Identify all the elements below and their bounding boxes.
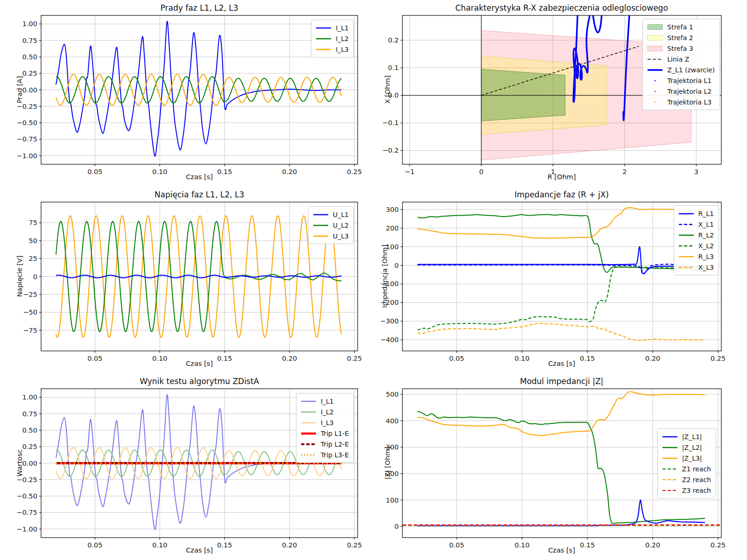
legend-key: [300, 441, 317, 448]
legend-label: X_L3: [698, 264, 714, 271]
svg-text:0.2: 0.2: [388, 36, 399, 44]
legend-key: [647, 98, 663, 106]
legend-label: Strefa 1: [667, 23, 693, 31]
legend-key: [300, 419, 317, 427]
svg-text:0.10: 0.10: [514, 541, 529, 549]
legend-item-trip-l2-e: Trip L2-E: [300, 439, 349, 449]
svg-text:100: 100: [386, 497, 399, 504]
legend-label: |Z_L1|: [682, 433, 702, 441]
svg-text:0.00: 0.00: [22, 86, 37, 94]
svg-text:50: 50: [29, 237, 37, 245]
legend-key: [662, 444, 678, 451]
series-r-l2: [417, 215, 705, 273]
legend-key: [678, 231, 695, 239]
legend-label: I_L2: [336, 35, 349, 42]
legend-item-x-l1: X_L1: [678, 219, 714, 230]
plot-title: Napięcia faz L1, L2, L3: [155, 190, 244, 199]
legend-item-r-l2: R_L2: [678, 230, 714, 240]
legend-label: I_L3: [321, 419, 334, 427]
legend-item-trajektoria-l3: Trajektoria L3: [647, 97, 715, 107]
y-axis-label: |Z| [Ohm]: [384, 447, 391, 479]
legend-label: Trip L3-E: [321, 451, 349, 459]
svg-text:−0.2: −0.2: [382, 147, 399, 154]
legend-label: X_L2: [698, 242, 714, 250]
legend-key: [315, 46, 332, 53]
legend-item-i-l2: I_L2: [315, 33, 349, 44]
legend: I_L1I_L2I_L3Trip L1-ETrip L2-ETrip L3-E: [296, 393, 354, 463]
svg-text:1.00: 1.00: [22, 20, 37, 28]
legend-label: Trajektoria L2: [667, 88, 712, 95]
y-axis-label: Impedancja [Ohm]: [381, 245, 388, 308]
legend-label: Trajektoria L3: [667, 98, 712, 106]
series-x-l1: [417, 264, 705, 274]
legend-label: I_L1: [336, 24, 349, 32]
legend-label: |Z_L3|: [682, 455, 702, 462]
legend-item-i-l1: I_L1: [300, 396, 349, 406]
svg-text:−0.75: −0.75: [17, 509, 37, 516]
legend-item-linia-z: Linia Z: [647, 54, 715, 64]
svg-text:0.25: 0.25: [711, 541, 726, 549]
svg-text:0.20: 0.20: [282, 168, 297, 175]
series-x-l2: [417, 267, 705, 330]
series-i-l1: [56, 21, 341, 156]
svg-text:0.25: 0.25: [347, 355, 362, 362]
svg-text:400: 400: [386, 417, 399, 425]
svg-text:0.15: 0.15: [217, 541, 232, 549]
x-axis-label: Czas [s]: [186, 360, 213, 367]
legend: |Z_L1||Z_L2||Z_L3|Z1 reachZ2 reachZ3 rea…: [657, 428, 716, 498]
svg-text:0.05: 0.05: [87, 355, 102, 362]
legend-item-trip-l3-e: Trip L3-E: [300, 449, 349, 460]
tick-labels: 0.050.100.150.200.251.000.750.500.250.00…: [17, 20, 362, 175]
panel-voltages: 0.050.100.150.200.257550250−25−50−75 Nap…: [0, 187, 374, 373]
legend-label: R_L3: [698, 253, 714, 260]
svg-text:0.15: 0.15: [580, 355, 595, 362]
legend-label: U_L1: [333, 211, 349, 218]
svg-text:3: 3: [694, 168, 698, 175]
legend-label: Z1 reach: [682, 465, 711, 473]
svg-text:0.10: 0.10: [514, 355, 529, 362]
legend-item-u-l2: U_L2: [312, 220, 349, 231]
svg-text:−1.00: −1.00: [17, 152, 37, 160]
legend-item-i-l1: I_L1: [315, 22, 349, 33]
legend-key: [662, 433, 678, 441]
legend-key: [647, 77, 663, 84]
svg-text:300: 300: [386, 206, 399, 213]
legend-label: I_L3: [336, 46, 349, 53]
legend-label: Strefa 2: [667, 34, 693, 42]
legend: U_L1U_L2U_L3: [308, 206, 354, 244]
legend-item-strefa-1: Strefa 1: [647, 21, 715, 32]
legend: R_L1X_L1R_L2X_L2R_L3X_L3: [674, 205, 719, 275]
legend-item-strefa-3: Strefa 3: [647, 43, 715, 54]
legend-key: [662, 476, 678, 483]
legend-key: [315, 35, 332, 42]
x-axis-label: Czas [s]: [548, 360, 575, 367]
svg-text:0.10: 0.10: [152, 541, 167, 549]
svg-text:25: 25: [29, 255, 37, 262]
svg-text:−300: −300: [380, 317, 399, 325]
legend-label: Trajektoria L1: [667, 77, 712, 84]
svg-text:−1: −1: [405, 168, 415, 175]
svg-text:0.50: 0.50: [22, 427, 37, 434]
plot-title: Modul impedancji |Z|: [520, 377, 604, 386]
legend: I_L1I_L2I_L3: [311, 20, 354, 57]
panel-rx-characteristic: −101230.20.10.0−0.1−0.2 Charakterystyka …: [374, 0, 747, 187]
y-axis-label: X [Ohm]: [384, 76, 391, 104]
legend-item-trajektoria-l1: Trajektoria L1: [647, 75, 715, 86]
legend-item-trajektoria-l2: Trajektoria L2: [647, 86, 715, 97]
legend-item-i-l3: I_L3: [315, 44, 349, 55]
series-r-l3: [417, 208, 705, 238]
svg-text:0.05: 0.05: [449, 355, 464, 362]
svg-text:−400: −400: [380, 336, 399, 343]
svg-text:0.10: 0.10: [152, 168, 167, 175]
legend-key: [300, 408, 317, 416]
legend-key: [647, 34, 663, 42]
svg-text:0.20: 0.20: [645, 355, 660, 362]
svg-text:−50: −50: [23, 308, 37, 316]
legend-key: [300, 430, 317, 437]
legend-key: [312, 211, 329, 218]
svg-text:0.05: 0.05: [449, 541, 464, 549]
svg-text:0.10: 0.10: [152, 355, 167, 362]
legend-key: [300, 451, 317, 459]
legend: Strefa 1Strefa 2Strefa 3Linia ZZ_L1 (zwa…: [642, 19, 720, 110]
svg-text:0.20: 0.20: [282, 355, 297, 362]
